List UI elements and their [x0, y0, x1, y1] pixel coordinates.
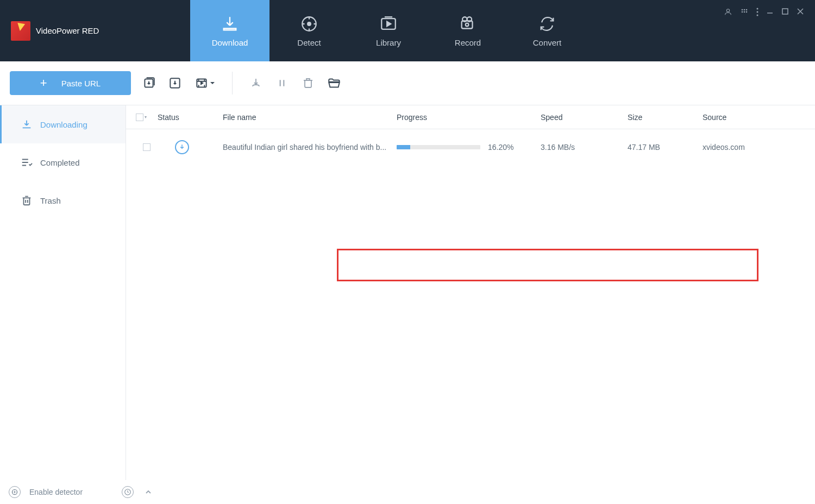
- footer: Enable detector: [0, 480, 815, 504]
- tab-library-label: Library: [376, 38, 401, 47]
- column-progress[interactable]: Progress: [397, 113, 541, 122]
- svg-point-1: [308, 22, 311, 26]
- minimize-button[interactable]: [766, 8, 774, 15]
- tab-download[interactable]: Download: [190, 0, 269, 61]
- completed-icon: [21, 156, 33, 168]
- resume-button[interactable]: [248, 75, 264, 91]
- download-icon: [220, 14, 240, 34]
- detector-icon[interactable]: [9, 486, 21, 498]
- column-source[interactable]: Source: [703, 113, 762, 122]
- row-filename: Beautiful Indian girl shared his boyfrie…: [223, 143, 397, 152]
- menu-icon[interactable]: [756, 8, 758, 16]
- svg-rect-3: [462, 21, 473, 28]
- svg-point-12: [744, 11, 745, 13]
- downloading-status-icon: [175, 140, 189, 154]
- svg-point-8: [742, 9, 743, 11]
- svg-point-16: [757, 15, 758, 16]
- tab-convert[interactable]: Convert: [507, 0, 587, 61]
- row-source: xvideos.com: [703, 143, 762, 152]
- pause-button[interactable]: [274, 75, 290, 91]
- svg-point-14: [757, 8, 758, 10]
- header-checkbox[interactable]: ▾: [136, 114, 158, 121]
- tool-icons-group-2: [248, 75, 342, 91]
- sidebar-item-label: Completed: [40, 158, 80, 167]
- row-checkbox[interactable]: [143, 143, 151, 151]
- convert-icon: [537, 14, 557, 34]
- toolbar-divider: [232, 72, 233, 94]
- detector-label: Enable detector: [29, 488, 83, 496]
- maximize-button[interactable]: [781, 8, 789, 15]
- video-settings-button[interactable]: [193, 75, 217, 91]
- plus-icon: +: [40, 76, 47, 90]
- svg-point-13: [746, 11, 748, 13]
- open-folder-button[interactable]: [326, 75, 342, 91]
- table-row[interactable]: Beautiful Indian girl shared his boyfrie…: [126, 140, 815, 154]
- add-download-button[interactable]: [167, 75, 183, 91]
- app-logo-icon: [11, 21, 30, 41]
- svg-point-6: [466, 23, 469, 27]
- highlight-annotation: [337, 249, 758, 281]
- svg-rect-17: [782, 9, 788, 14]
- column-speed[interactable]: Speed: [541, 113, 628, 122]
- sidebar-item-label: Downloading: [40, 120, 87, 129]
- sidebar: Downloading Completed Trash: [0, 105, 126, 480]
- library-icon: [379, 14, 398, 34]
- downloading-icon: [21, 118, 33, 130]
- sidebar-item-label: Trash: [40, 196, 61, 205]
- table-body: Beautiful Indian girl shared his boyfrie…: [126, 129, 815, 480]
- app-title: VideoPower RED: [36, 26, 99, 35]
- sidebar-item-completed[interactable]: Completed: [0, 143, 126, 181]
- batch-download-button[interactable]: [141, 75, 157, 91]
- toolbar: + Paste URL: [0, 61, 815, 105]
- titlebar: VideoPower RED Download Detect Library R…: [0, 0, 815, 61]
- tab-detect[interactable]: Detect: [269, 0, 349, 61]
- tab-record-label: Record: [455, 38, 481, 47]
- trash-icon: [21, 194, 33, 206]
- svg-point-22: [14, 492, 15, 493]
- delete-button[interactable]: [300, 75, 316, 91]
- svg-point-10: [746, 9, 748, 11]
- row-size: 47.17 MB: [628, 143, 703, 152]
- chevron-up-icon[interactable]: [142, 486, 154, 498]
- svg-point-9: [744, 9, 745, 11]
- logo-area: VideoPower RED: [0, 0, 190, 61]
- progress-bar: [397, 145, 480, 149]
- paste-url-button[interactable]: + Paste URL: [10, 71, 131, 95]
- column-status[interactable]: Status: [158, 113, 223, 122]
- sidebar-item-downloading[interactable]: Downloading: [0, 105, 126, 143]
- svg-point-7: [726, 9, 729, 12]
- tab-download-label: Download: [212, 38, 248, 47]
- tab-convert-label: Convert: [533, 38, 562, 47]
- row-speed: 3.16 MB/s: [541, 143, 628, 152]
- paste-url-label: Paste URL: [61, 79, 101, 88]
- row-progress: 16.20%: [397, 143, 541, 152]
- table-header: ▾ Status File name Progress Speed Size S…: [126, 105, 815, 129]
- tab-record[interactable]: Record: [428, 0, 507, 61]
- column-size[interactable]: Size: [628, 113, 703, 122]
- progress-text: 16.20%: [488, 143, 513, 152]
- column-filename[interactable]: File name: [223, 113, 397, 122]
- tab-library[interactable]: Library: [349, 0, 428, 61]
- svg-point-15: [757, 11, 758, 13]
- close-button[interactable]: [797, 8, 804, 15]
- sidebar-item-trash[interactable]: Trash: [0, 181, 126, 219]
- window-controls: [724, 0, 815, 61]
- user-icon[interactable]: [724, 8, 732, 16]
- content: Downloading Completed Trash ▾ Status Fil…: [0, 105, 815, 480]
- topnav: Download Detect Library Record Convert: [190, 0, 724, 61]
- detect-icon: [299, 14, 319, 34]
- main-panel: ▾ Status File name Progress Speed Size S…: [126, 105, 815, 480]
- apps-icon[interactable]: [740, 8, 749, 16]
- tool-icons-group-1: [141, 75, 217, 91]
- schedule-icon[interactable]: [122, 486, 134, 498]
- svg-point-11: [742, 11, 743, 13]
- record-icon: [458, 14, 478, 34]
- tab-detect-label: Detect: [297, 38, 321, 47]
